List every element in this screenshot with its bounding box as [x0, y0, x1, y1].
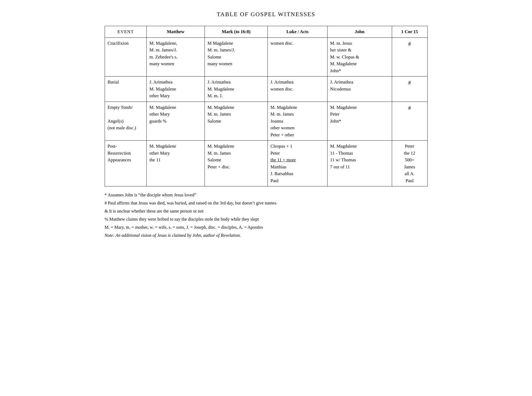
footnote-abbreviations: M. = Mary, m. = mother, w. = wife, s. = … [105, 224, 428, 231]
matthew-empty-tomb: M. Magdaleneother Maryguards % [147, 102, 205, 141]
cor-crucifixion: # [392, 37, 427, 77]
page-container: TABLE OF GOSPEL WITNESSES EVENT Matthew … [105, 11, 428, 240]
event-burial: Burial [105, 77, 147, 102]
event-crucifixion: Crucifixion [105, 37, 147, 77]
matthew-burial: J. ArimatheaM. Magdaleneother Mary [147, 77, 205, 102]
header-row: EVENT Matthew Mark (to 16:8) Luke / Acts… [105, 26, 427, 38]
table-row: Empty Tomb/Angel(s)(not male disc.) M. M… [105, 102, 427, 141]
col-header-luke: Luke / Acts [267, 26, 327, 38]
footnote-hash: # Paul affirms that Jesus was died, was … [105, 199, 428, 207]
john-empty-tomb: M. MagdalenePeterJohn* [327, 102, 392, 141]
luke-empty-tomb: M. MagdaleneM. m. JamesJoannaother women… [267, 102, 327, 141]
underline-text: the 11 + more [270, 157, 296, 162]
mark-post-resurrection: M. MagdaleneM. m. JamesSalomePeter + dis… [205, 141, 268, 186]
col-header-john: John [327, 26, 392, 38]
matthew-post-resurrection: M. Magdaleneother Marythe 11 [147, 141, 205, 186]
footnote-note: Note: An additional vision of Jesus is c… [105, 232, 428, 239]
cor-post-resurrection: Peterthe 12500+Jamesall A.Paul [392, 141, 427, 186]
table-row: Crucifixion M. Magdalene,M. m. James/J.m… [105, 37, 427, 77]
luke-post-resurrection: Cleopas + 1Peterthe 11 + moreMatthiasJ. … [267, 141, 327, 186]
footnote-percent: % Matthew claims they were bribed to say… [105, 216, 428, 223]
mark-burial: J. ArimatheaM. MagdaleneM. m. J. [205, 77, 268, 102]
page-title: TABLE OF GOSPEL WITNESSES [105, 11, 428, 18]
mark-crucifixion: M MagdaleneM. m. James/J.Salomemany wome… [205, 37, 268, 77]
mark-empty-tomb: M. MagdaleneM. m. JamesSalome [205, 102, 268, 141]
col-header-cor: 1 Cor 15 [392, 26, 427, 38]
table-row: Post-ResurrectionAppearances M. Magdalen… [105, 141, 427, 186]
col-header-event: EVENT [105, 26, 147, 38]
matthew-crucifixion: M. Magdalene,M. m. James/J.m. Zebedee's … [147, 37, 205, 77]
luke-crucifixion: women disc. [267, 37, 327, 77]
event-empty-tomb: Empty Tomb/Angel(s)(not male disc.) [105, 102, 147, 141]
luke-burial: J. Arimatheawomen disc. [267, 77, 327, 102]
footnotes: * Assumes John is “the disciple whom Jes… [105, 191, 428, 239]
cor-burial: # [392, 77, 427, 102]
footnote-ampersand: & It is unclear whether these are the sa… [105, 207, 428, 215]
cor-empty-tomb: # [392, 102, 427, 141]
col-header-mark: Mark (to 16:8) [205, 26, 268, 38]
col-header-matthew: Matthew [147, 26, 205, 38]
john-crucifixion: M. m. Jesusher sister &M. w. Clopas &M. … [327, 37, 392, 77]
john-post-resurrection: M. Magdalene11 - Thomas11 w/ Thomas7 out… [327, 141, 392, 186]
gospel-witnesses-table: EVENT Matthew Mark (to 16:8) Luke / Acts… [105, 26, 428, 186]
john-burial: J. ArimatheaNicodemus [327, 77, 392, 102]
table-row: Burial J. ArimatheaM. Magdaleneother Mar… [105, 77, 427, 102]
footnote-asterisk: * Assumes John is “the disciple whom Jes… [105, 191, 428, 199]
event-post-resurrection: Post-ResurrectionAppearances [105, 141, 147, 186]
